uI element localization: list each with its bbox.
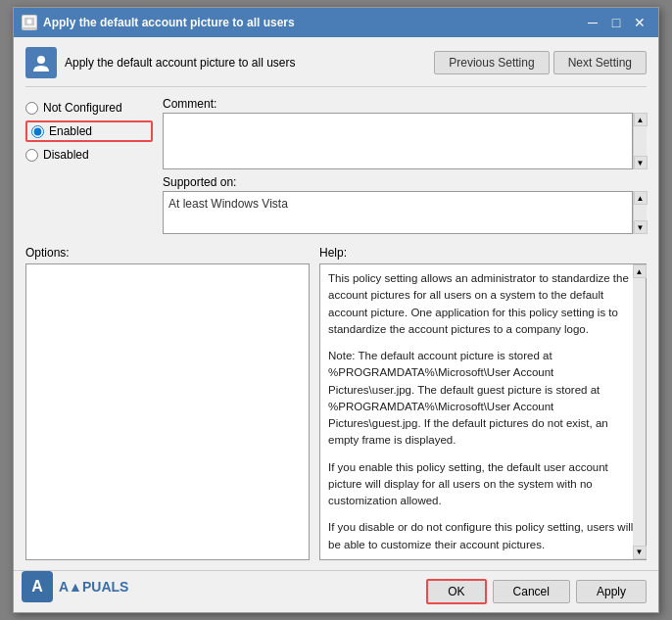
comment-scrollbar[interactable]: ▲ ▼: [633, 113, 647, 169]
supported-box: At least Windows Vista: [163, 191, 633, 234]
help-box: This policy setting allows an administra…: [319, 263, 647, 560]
help-header: Help:: [319, 246, 647, 260]
radio-not-configured-input[interactable]: [25, 102, 38, 115]
cancel-button[interactable]: Cancel: [493, 580, 570, 603]
header-row: Apply the default account picture to all…: [25, 47, 647, 87]
header-buttons: Previous Setting Next Setting: [434, 51, 647, 74]
brand-text: A▲PUALS: [59, 579, 128, 595]
window-title: Apply the default account picture to all…: [43, 16, 295, 29]
radio-disabled-label: Disabled: [43, 148, 89, 162]
brand-icon: A: [22, 571, 53, 602]
supported-value: At least Windows Vista: [167, 195, 290, 213]
comment-section: Comment: ▲ ▼: [163, 97, 647, 169]
minimize-button[interactable]: ─: [582, 13, 603, 32]
scroll-track: [634, 126, 647, 156]
close-button[interactable]: ✕: [629, 13, 650, 32]
help-scroll-down[interactable]: ▼: [633, 546, 647, 559]
svg-point-2: [37, 56, 45, 64]
apply-button[interactable]: Apply: [576, 580, 647, 603]
supported-scroll-track: [634, 205, 647, 220]
supported-label: Supported on:: [163, 175, 647, 189]
options-header: Options:: [25, 246, 310, 260]
title-bar-left: Apply the default account picture to all…: [22, 15, 295, 30]
bottom-section: Options: Help: This policy setting allow…: [25, 246, 647, 560]
help-scroll-up[interactable]: ▲: [633, 264, 647, 278]
main-window: Apply the default account picture to all…: [13, 7, 659, 613]
radio-not-configured-label: Not Configured: [43, 101, 122, 115]
help-paragraph-2: Note: The default account picture is sto…: [328, 348, 638, 450]
radio-group: Not Configured Enabled Disabled: [25, 97, 153, 234]
content-area: Apply the default account picture to all…: [14, 37, 658, 570]
help-panel: Help: This policy setting allows an admi…: [319, 246, 647, 560]
radio-enabled-label: Enabled: [49, 124, 92, 138]
top-section: Not Configured Enabled Disabled Comment:: [25, 97, 647, 234]
header-icon: [25, 47, 57, 78]
supported-section: Supported on: At least Windows Vista ▲ ▼: [163, 175, 647, 234]
maximize-button[interactable]: □: [605, 13, 627, 32]
header-left: Apply the default account picture to all…: [25, 47, 295, 78]
radio-enabled[interactable]: Enabled: [25, 120, 153, 142]
ok-button[interactable]: OK: [426, 579, 486, 604]
comment-label: Comment:: [163, 97, 647, 111]
radio-disabled[interactable]: Disabled: [25, 148, 153, 162]
options-box: [25, 263, 310, 560]
radio-enabled-input[interactable]: [31, 125, 44, 138]
svg-point-1: [27, 20, 32, 24]
radio-disabled-input[interactable]: [25, 149, 38, 162]
title-buttons: ─ □ ✕: [582, 13, 650, 32]
radio-not-configured[interactable]: Not Configured: [25, 101, 153, 115]
main-content: Not Configured Enabled Disabled Comment:: [25, 97, 647, 560]
supported-scrollbar[interactable]: ▲ ▼: [633, 191, 647, 234]
window-icon: [22, 15, 37, 30]
help-scroll-track: [633, 278, 646, 546]
options-panel: Options:: [25, 246, 310, 560]
scroll-up-arrow[interactable]: ▲: [634, 113, 648, 126]
help-paragraph-1: This policy setting allows an administra…: [328, 270, 638, 338]
title-bar: Apply the default account picture to all…: [14, 8, 658, 37]
next-setting-button[interactable]: Next Setting: [553, 51, 647, 74]
previous-setting-button[interactable]: Previous Setting: [434, 51, 549, 74]
help-paragraph-3: If you enable this policy setting, the d…: [328, 459, 638, 510]
help-scrollbar[interactable]: ▲ ▼: [633, 263, 647, 560]
supported-scroll-up[interactable]: ▲: [634, 191, 648, 205]
scroll-down-arrow[interactable]: ▼: [634, 156, 648, 169]
right-panels: Comment: ▲ ▼ Supported on:: [163, 97, 647, 234]
comment-input[interactable]: [163, 113, 633, 169]
supported-scroll-down[interactable]: ▼: [634, 220, 648, 234]
watermark: A A▲PUALS: [22, 571, 128, 602]
help-paragraph-4: If you disable or do not configure this …: [328, 519, 638, 553]
header-title: Apply the default account picture to all…: [65, 56, 295, 70]
